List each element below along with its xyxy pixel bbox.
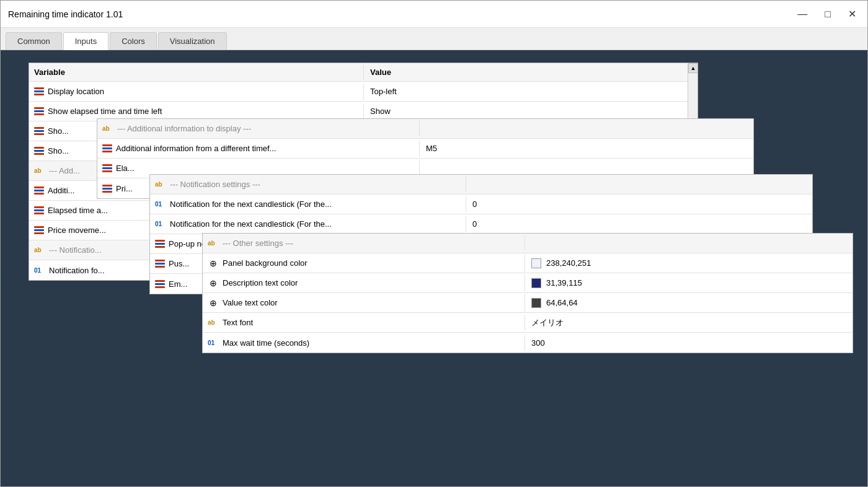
stack-icon	[102, 144, 112, 154]
row-label: Additional information from a different …	[116, 144, 276, 153]
row-label: Display location	[48, 87, 104, 96]
row-value: メイリオ	[531, 317, 564, 328]
row-value: 300	[531, 338, 545, 348]
table-row-separator: ab --- Additional information to display…	[97, 119, 753, 139]
tab-common[interactable]: Common	[6, 32, 62, 50]
header-variable: Variable	[34, 68, 65, 77]
stack-icon	[34, 226, 44, 235]
row-label: Panel background color	[223, 258, 308, 268]
palette-icon: ⊕	[208, 297, 219, 309]
row-value: 238,240,251	[546, 258, 591, 268]
row-label: --- Additional information to display --…	[117, 124, 251, 133]
type-01-icon: 01	[208, 340, 219, 346]
title-bar: Remaining time indicator 1.01 — □ ✕	[1, 1, 867, 28]
row-label: Em...	[169, 279, 187, 289]
row-label: Price moveme...	[48, 226, 106, 235]
row-label: Sho...	[48, 126, 69, 136]
stack-icon	[102, 164, 112, 173]
row-label: Notification for the next candlestick (F…	[170, 200, 332, 209]
table-row[interactable]: ⊕ Panel background color 238,240,251	[203, 253, 852, 273]
type-01-icon: 01	[34, 267, 45, 274]
header-value: Value	[370, 68, 391, 77]
type-ab-icon: ab	[102, 125, 113, 132]
close-button[interactable]: ✕	[844, 8, 860, 20]
row-label: Additi...	[48, 186, 74, 195]
color-swatch	[531, 298, 541, 308]
stack-icon	[34, 186, 44, 196]
row-value: Top-left	[370, 87, 397, 96]
row-label: Pri...	[116, 184, 133, 193]
row-value: 0	[472, 219, 477, 229]
window-title: Remaining time indicator 1.01	[8, 9, 123, 19]
row-label: Ela...	[116, 164, 135, 173]
table-row[interactable]: 01 Max wait time (seconds) 300	[203, 333, 852, 353]
type-ab-icon: ab	[34, 247, 45, 253]
table-header: Variable Value ▲	[29, 63, 698, 82]
table-row[interactable]: ⊕ Value text color 64,64,64	[203, 293, 852, 313]
row-value: 0	[472, 200, 477, 209]
stack-icon	[34, 107, 44, 116]
maximize-button[interactable]: □	[821, 8, 835, 20]
scroll-up[interactable]: ▲	[688, 63, 698, 73]
row-label: --- Add...	[49, 166, 80, 175]
stack-icon	[155, 259, 165, 269]
window-controls: — □ ✕	[794, 8, 860, 20]
type-ab-icon: ab	[155, 181, 166, 188]
row-label: Elapsed time a...	[48, 206, 108, 215]
type-ab-icon: ab	[208, 240, 219, 247]
tab-visualization[interactable]: Visualization	[158, 32, 227, 50]
stack-icon	[155, 279, 165, 289]
type-ab-icon: ab	[208, 319, 219, 326]
color-swatch	[531, 278, 541, 288]
table-row[interactable]: ab Text font メイリオ	[203, 313, 852, 333]
other-settings-table: ab --- Other settings --- ⊕ Panel backgr…	[202, 233, 853, 353]
table-row-separator: ab --- Notification settings ---	[150, 175, 812, 195]
tab-inputs[interactable]: Inputs	[63, 32, 108, 50]
row-value: 31,39,115	[546, 278, 582, 287]
row-label: Description text color	[223, 278, 298, 287]
row-value: Show	[370, 107, 391, 116]
row-label: Notification fo...	[49, 266, 105, 275]
stack-icon	[155, 239, 165, 249]
stack-icon	[34, 126, 44, 136]
palette-icon: ⊕	[208, 278, 219, 289]
stack-icon	[102, 183, 112, 193]
row-label: --- Notification settings ---	[170, 180, 260, 189]
content-area: Variable Value ▲ Display location Top-	[1, 50, 867, 486]
type-01-icon: 01	[155, 221, 166, 227]
minimize-button[interactable]: —	[794, 8, 811, 20]
row-label: Text font	[223, 318, 253, 327]
tab-colors[interactable]: Colors	[110, 32, 157, 50]
type-01-icon: 01	[155, 201, 166, 208]
table-row-separator: ab --- Other settings ---	[203, 234, 852, 253]
table-row[interactable]: ⊕ Description text color 31,39,115	[203, 273, 852, 293]
stack-icon	[34, 87, 44, 97]
row-label: --- Other settings ---	[223, 239, 293, 248]
tab-bar: Common Inputs Colors Visualization	[1, 28, 867, 50]
table-row[interactable]: Additional information from a different …	[97, 139, 753, 159]
row-label: Show elapsed time and time left	[48, 107, 162, 116]
palette-icon: ⊕	[208, 258, 219, 269]
row-label: Notification for the next candlestick (F…	[170, 219, 332, 229]
stack-icon	[34, 206, 44, 216]
row-value: M5	[426, 144, 437, 153]
table-row[interactable]: 01 Notification for the next candlestick…	[150, 214, 812, 234]
table-row[interactable]: 01 Notification for the next candlestick…	[150, 195, 812, 214]
row-label: Max wait time (seconds)	[223, 338, 309, 348]
row-label: Value text color	[223, 298, 278, 307]
table-row[interactable]: Display location Top-left	[29, 82, 698, 102]
stack-icon	[34, 146, 44, 156]
color-swatch	[531, 258, 541, 268]
main-window: Remaining time indicator 1.01 — □ ✕ Comm…	[0, 0, 868, 487]
row-label: Pus...	[169, 259, 189, 268]
row-value: 64,64,64	[546, 298, 578, 307]
type-ab-icon: ab	[34, 167, 45, 174]
row-label: Sho...	[48, 146, 69, 156]
row-label: --- Notificatio...	[49, 245, 102, 255]
